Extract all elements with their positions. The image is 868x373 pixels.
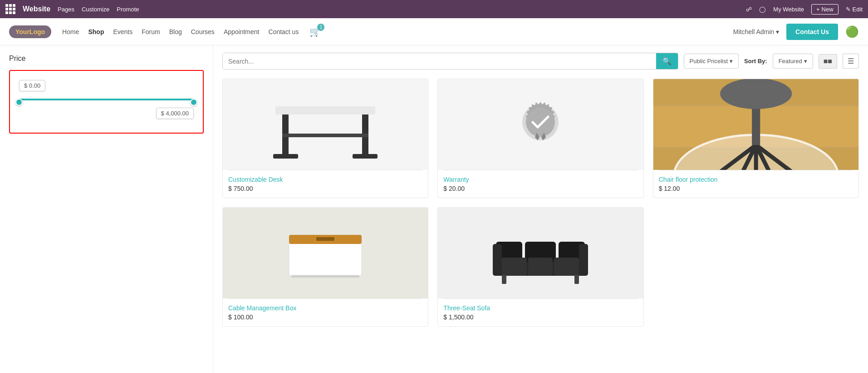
cart-icon[interactable]: 🛒 1 — [309, 26, 321, 37]
svg-rect-44 — [574, 275, 579, 284]
product-price-chair-floor: $ 12.00 — [659, 185, 853, 192]
admin-bar-right: ☍ ◯ My Website + New ✎ Edit — [746, 4, 863, 15]
product-name-warranty: Warranty — [443, 176, 638, 183]
notification-icon[interactable]: ☍ — [746, 6, 752, 13]
product-price-warranty: $ 20.00 — [443, 185, 638, 192]
sofa-svg — [490, 219, 590, 287]
pencil-icon: ✎ — [846, 6, 851, 13]
product-card-chair-floor[interactable]: Chair floor protection $ 12.00 — [653, 79, 859, 198]
product-info-chair-floor: Chair floor protection $ 12.00 — [653, 170, 858, 198]
drop-icon: 🟢 — [845, 25, 859, 38]
product-name-desk: Customizable Desk — [228, 176, 422, 183]
search-wrapper: 🔍 — [222, 53, 678, 70]
svg-rect-0 — [275, 106, 375, 114]
price-max-wrapper: $ 4,000.00 — [19, 108, 194, 119]
range-thumb-right[interactable] — [190, 99, 197, 106]
admin-bar-left: Website Pages Customize Promote — [5, 4, 139, 14]
shop-toolbar: 🔍 Public Pricelist ▾ Sort By: Featured ▾… — [222, 53, 859, 70]
user-name: Mitchell Admin — [733, 28, 774, 35]
price-filter-label: Price — [9, 55, 204, 63]
product-name-sofa: Three-Seat Sofa — [443, 304, 638, 312]
svg-rect-5 — [282, 134, 368, 137]
svg-rect-32 — [316, 237, 334, 241]
nav-forum[interactable]: Forum — [142, 28, 160, 35]
search-input[interactable] — [223, 53, 656, 69]
svg-rect-42 — [554, 258, 579, 276]
product-card-warranty[interactable]: Warranty $ 20.00 — [437, 79, 643, 198]
logo[interactable]: YourLogo — [9, 25, 51, 38]
pricelist-button[interactable]: Public Pricelist ▾ — [684, 54, 739, 69]
product-image-desk — [223, 79, 428, 170]
nav-blog[interactable]: Blog — [169, 28, 182, 35]
cable-box-svg — [280, 221, 371, 285]
product-image-sofa — [438, 208, 643, 298]
sort-dropdown-arrow: ▾ — [804, 58, 807, 65]
product-price-sofa: $ 1,500.00 — [443, 313, 638, 321]
product-card-cable-box[interactable]: Cable Management Box $ 100.00 — [222, 207, 428, 327]
contact-us-button[interactable]: Contact Us — [786, 24, 838, 40]
product-info-desk: Customizable Desk $ 750.00 — [223, 170, 428, 198]
price-range-track[interactable] — [19, 95, 194, 104]
svg-point-29 — [720, 79, 792, 109]
nav-home[interactable]: Home — [62, 28, 79, 35]
svg-rect-39 — [579, 244, 588, 276]
admin-bar: Website Pages Customize Promote ☍ ◯ My W… — [0, 0, 868, 18]
product-price-cable-box: $ 100.00 — [228, 313, 422, 321]
desk-svg — [262, 84, 389, 165]
mobile-preview-icon[interactable]: ◯ — [759, 6, 766, 13]
warranty-badge-svg — [518, 97, 563, 152]
nav-events[interactable]: Events — [113, 28, 132, 35]
svg-rect-33 — [291, 275, 359, 278]
logo-logo: Logo — [29, 28, 45, 35]
pages-link[interactable]: Pages — [58, 6, 74, 13]
product-price-desk: $ 750.00 — [228, 185, 422, 192]
nav-right: Mitchell Admin ▾ Contact Us 🟢 — [733, 24, 859, 40]
new-button[interactable]: + New — [811, 4, 839, 15]
range-track-fill — [19, 99, 194, 100]
price-min-value: $ 0.00 — [19, 80, 45, 91]
price-max-value: $ 4,000.00 — [156, 108, 194, 119]
logo-your: Your — [15, 28, 29, 35]
svg-rect-30 — [289, 239, 362, 276]
product-info-cable-box: Cable Management Box $ 100.00 — [223, 299, 428, 326]
sidebar: Price $ 0.00 $ 4,000.00 — [0, 45, 213, 373]
chair-floor-svg — [653, 79, 858, 170]
my-website-label[interactable]: My Website — [773, 6, 804, 13]
product-card-sofa[interactable]: Three-Seat Sofa $ 1,500.00 — [437, 207, 643, 327]
user-menu-button[interactable]: Mitchell Admin ▾ — [733, 28, 779, 35]
nav-appointment[interactable]: Appointment — [224, 28, 260, 35]
svg-rect-41 — [528, 258, 553, 276]
user-dropdown-arrow: ▾ — [776, 28, 779, 35]
edit-button[interactable]: ✎ Edit — [846, 6, 863, 13]
nav-left: YourLogo Home Shop Events Forum Blog Cou… — [9, 25, 321, 38]
sort-button[interactable]: Featured ▾ — [773, 54, 813, 69]
price-filter-box: $ 0.00 $ 4,000.00 — [9, 70, 204, 134]
nav-shop[interactable]: Shop — [88, 28, 104, 35]
product-info-sofa: Three-Seat Sofa $ 1,500.00 — [438, 299, 643, 326]
svg-rect-4 — [353, 154, 378, 159]
product-name-chair-floor: Chair floor protection — [659, 176, 853, 183]
shop-main: 🔍 Public Pricelist ▾ Sort By: Featured ▾… — [213, 45, 868, 373]
pricelist-dropdown-arrow: ▾ — [730, 58, 733, 65]
product-info-warranty: Warranty $ 20.00 — [438, 170, 643, 198]
view-grid-button[interactable]: ■■ — [819, 54, 837, 69]
grid-menu-icon[interactable] — [5, 4, 15, 14]
product-image-chair-floor — [653, 79, 858, 170]
new-label: New — [822, 6, 834, 13]
main-nav: YourLogo Home Shop Events Forum Blog Cou… — [0, 18, 868, 45]
product-card-customizable-desk[interactable]: Customizable Desk $ 750.00 — [222, 79, 428, 198]
plus-icon: + — [816, 6, 820, 13]
view-list-button[interactable]: ☰ — [843, 54, 859, 69]
product-grid: Customizable Desk $ 750.00 — [222, 79, 859, 327]
range-thumb-left[interactable] — [15, 99, 23, 106]
website-title: Website — [23, 5, 50, 13]
promote-link[interactable]: Promote — [117, 6, 139, 13]
customize-link[interactable]: Customize — [82, 6, 109, 13]
search-button[interactable]: 🔍 — [656, 53, 678, 69]
edit-label: Edit — [853, 6, 863, 13]
nav-links: Home Shop Events Forum Blog Courses Appo… — [62, 28, 299, 35]
product-image-warranty — [438, 79, 643, 170]
cart-badge: 1 — [317, 24, 324, 31]
nav-contact-us[interactable]: Contact us — [268, 28, 299, 35]
nav-courses[interactable]: Courses — [191, 28, 215, 35]
